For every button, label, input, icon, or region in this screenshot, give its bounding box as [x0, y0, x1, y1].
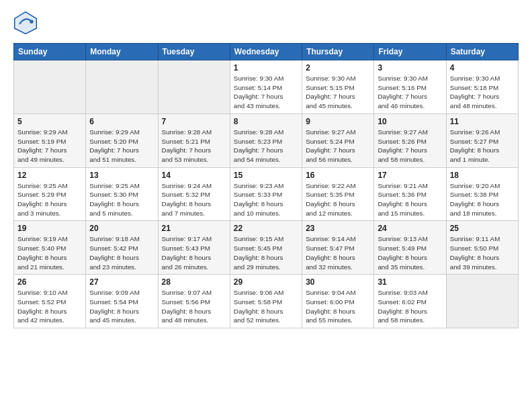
day-info: Sunrise: 9:15 AM Sunset: 5:45 PM Dayligh…	[234, 234, 298, 271]
day-number: 1	[234, 63, 298, 73]
calendar-cell: 16Sunrise: 9:22 AM Sunset: 5:35 PM Dayli…	[302, 167, 374, 221]
day-info: Sunrise: 9:23 AM Sunset: 5:33 PM Dayligh…	[234, 181, 298, 218]
calendar-cell: 13Sunrise: 9:25 AM Sunset: 5:30 PM Dayli…	[86, 167, 158, 221]
calendar-cell: 1Sunrise: 9:30 AM Sunset: 5:14 PM Daylig…	[230, 60, 302, 114]
day-number: 24	[378, 224, 442, 233]
day-info: Sunrise: 9:30 AM Sunset: 5:16 PM Dayligh…	[378, 74, 442, 111]
day-info: Sunrise: 9:26 AM Sunset: 5:27 PM Dayligh…	[450, 128, 515, 165]
day-number: 25	[450, 224, 515, 233]
day-number: 30	[306, 277, 370, 287]
day-number: 11	[450, 117, 515, 126]
calendar-cell: 25Sunrise: 9:11 AM Sunset: 5:50 PM Dayli…	[446, 221, 518, 275]
day-info: Sunrise: 9:28 AM Sunset: 5:21 PM Dayligh…	[162, 128, 226, 165]
calendar-cell: 21Sunrise: 9:17 AM Sunset: 5:43 PM Dayli…	[158, 221, 230, 275]
day-number: 6	[89, 117, 154, 126]
weekday-row: SundayMondayTuesdayWednesdayThursdayFrid…	[14, 44, 519, 60]
calendar-cell: 20Sunrise: 9:18 AM Sunset: 5:42 PM Dayli…	[86, 221, 158, 275]
day-number: 9	[306, 117, 370, 126]
day-number: 26	[17, 277, 82, 287]
day-number: 21	[162, 224, 226, 233]
calendar-cell: 26Sunrise: 9:10 AM Sunset: 5:52 PM Dayli…	[14, 275, 86, 328]
day-info: Sunrise: 9:20 AM Sunset: 5:38 PM Dayligh…	[450, 181, 515, 218]
calendar-cell: 31Sunrise: 9:03 AM Sunset: 6:02 PM Dayli…	[374, 275, 446, 328]
day-info: Sunrise: 9:04 AM Sunset: 6:00 PM Dayligh…	[306, 288, 370, 325]
calendar-cell: 12Sunrise: 9:25 AM Sunset: 5:29 PM Dayli…	[14, 167, 86, 221]
day-number: 14	[162, 171, 226, 180]
day-info: Sunrise: 9:03 AM Sunset: 6:02 PM Dayligh…	[378, 288, 442, 325]
calendar-cell: 15Sunrise: 9:23 AM Sunset: 5:33 PM Dayli…	[230, 167, 302, 221]
day-info: Sunrise: 9:29 AM Sunset: 5:20 PM Dayligh…	[89, 128, 154, 165]
day-number: 16	[306, 171, 370, 180]
calendar-cell	[446, 275, 518, 328]
weekday-header-sunday: Sunday	[14, 44, 86, 60]
day-number: 8	[234, 117, 298, 126]
day-info: Sunrise: 9:10 AM Sunset: 5:52 PM Dayligh…	[17, 288, 82, 325]
day-info: Sunrise: 9:07 AM Sunset: 5:56 PM Dayligh…	[162, 288, 226, 325]
day-info: Sunrise: 9:06 AM Sunset: 5:58 PM Dayligh…	[234, 288, 298, 325]
calendar-cell	[14, 60, 86, 114]
day-number: 22	[234, 224, 298, 233]
day-info: Sunrise: 9:11 AM Sunset: 5:50 PM Dayligh…	[450, 234, 515, 271]
day-number: 23	[306, 224, 370, 233]
calendar-cell: 30Sunrise: 9:04 AM Sunset: 6:00 PM Dayli…	[302, 275, 374, 328]
weekday-header-monday: Monday	[86, 44, 158, 60]
day-number: 31	[378, 277, 442, 287]
day-info: Sunrise: 9:13 AM Sunset: 5:49 PM Dayligh…	[378, 234, 442, 271]
calendar-cell: 3Sunrise: 9:30 AM Sunset: 5:16 PM Daylig…	[374, 60, 446, 114]
day-info: Sunrise: 9:30 AM Sunset: 5:15 PM Dayligh…	[306, 74, 370, 111]
day-info: Sunrise: 9:27 AM Sunset: 5:24 PM Dayligh…	[306, 128, 370, 165]
calendar-cell: 2Sunrise: 9:30 AM Sunset: 5:15 PM Daylig…	[302, 60, 374, 114]
day-number: 18	[450, 171, 515, 180]
day-info: Sunrise: 9:27 AM Sunset: 5:26 PM Dayligh…	[378, 128, 442, 165]
calendar-cell: 4Sunrise: 9:30 AM Sunset: 5:18 PM Daylig…	[446, 60, 518, 114]
day-number: 29	[234, 277, 298, 287]
calendar-cell: 24Sunrise: 9:13 AM Sunset: 5:49 PM Dayli…	[374, 221, 446, 275]
svg-point-2	[30, 20, 33, 24]
day-number: 10	[378, 117, 442, 126]
day-info: Sunrise: 9:28 AM Sunset: 5:23 PM Dayligh…	[234, 128, 298, 165]
day-info: Sunrise: 9:30 AM Sunset: 5:18 PM Dayligh…	[450, 74, 515, 111]
day-number: 15	[234, 171, 298, 180]
day-number: 3	[378, 63, 442, 73]
calendar-table: SundayMondayTuesdayWednesdayThursdayFrid…	[13, 43, 519, 328]
calendar-cell: 14Sunrise: 9:24 AM Sunset: 5:32 PM Dayli…	[158, 167, 230, 221]
day-number: 4	[450, 63, 515, 73]
calendar-body: 1Sunrise: 9:30 AM Sunset: 5:14 PM Daylig…	[14, 60, 519, 328]
day-info: Sunrise: 9:29 AM Sunset: 5:19 PM Dayligh…	[17, 128, 82, 165]
day-number: 2	[306, 63, 370, 73]
day-number: 7	[162, 117, 226, 126]
calendar-cell: 22Sunrise: 9:15 AM Sunset: 5:45 PM Dayli…	[230, 221, 302, 275]
day-info: Sunrise: 9:21 AM Sunset: 5:36 PM Dayligh…	[378, 181, 442, 218]
logo	[13, 11, 40, 35]
calendar-cell: 28Sunrise: 9:07 AM Sunset: 5:56 PM Dayli…	[158, 275, 230, 328]
calendar-cell: 10Sunrise: 9:27 AM Sunset: 5:26 PM Dayli…	[374, 113, 446, 167]
calendar-cell: 6Sunrise: 9:29 AM Sunset: 5:20 PM Daylig…	[86, 113, 158, 167]
calendar-cell: 29Sunrise: 9:06 AM Sunset: 5:58 PM Dayli…	[230, 275, 302, 328]
day-number: 27	[89, 277, 154, 287]
day-number: 19	[17, 224, 82, 233]
logo-icon	[13, 11, 38, 35]
day-number: 28	[162, 277, 226, 287]
day-info: Sunrise: 9:17 AM Sunset: 5:43 PM Dayligh…	[162, 234, 226, 271]
day-info: Sunrise: 9:14 AM Sunset: 5:47 PM Dayligh…	[306, 234, 370, 271]
day-info: Sunrise: 9:25 AM Sunset: 5:30 PM Dayligh…	[89, 181, 154, 218]
calendar-cell: 17Sunrise: 9:21 AM Sunset: 5:36 PM Dayli…	[374, 167, 446, 221]
week-row-0: 1Sunrise: 9:30 AM Sunset: 5:14 PM Daylig…	[14, 60, 519, 114]
day-info: Sunrise: 9:24 AM Sunset: 5:32 PM Dayligh…	[162, 181, 226, 218]
week-row-3: 19Sunrise: 9:19 AM Sunset: 5:40 PM Dayli…	[14, 221, 519, 275]
calendar-cell	[158, 60, 230, 114]
day-info: Sunrise: 9:30 AM Sunset: 5:14 PM Dayligh…	[234, 74, 298, 111]
day-number: 12	[17, 171, 82, 180]
weekday-header-thursday: Thursday	[302, 44, 374, 60]
day-info: Sunrise: 9:19 AM Sunset: 5:40 PM Dayligh…	[17, 234, 82, 271]
weekday-header-saturday: Saturday	[446, 44, 518, 60]
header	[13, 11, 519, 35]
calendar-cell: 23Sunrise: 9:14 AM Sunset: 5:47 PM Dayli…	[302, 221, 374, 275]
calendar-cell: 8Sunrise: 9:28 AM Sunset: 5:23 PM Daylig…	[230, 113, 302, 167]
page: SundayMondayTuesdayWednesdayThursdayFrid…	[0, 0, 532, 411]
day-number: 13	[89, 171, 154, 180]
weekday-header-wednesday: Wednesday	[230, 44, 302, 60]
week-row-2: 12Sunrise: 9:25 AM Sunset: 5:29 PM Dayli…	[14, 167, 519, 221]
weekday-header-tuesday: Tuesday	[158, 44, 230, 60]
day-info: Sunrise: 9:09 AM Sunset: 5:54 PM Dayligh…	[89, 288, 154, 325]
